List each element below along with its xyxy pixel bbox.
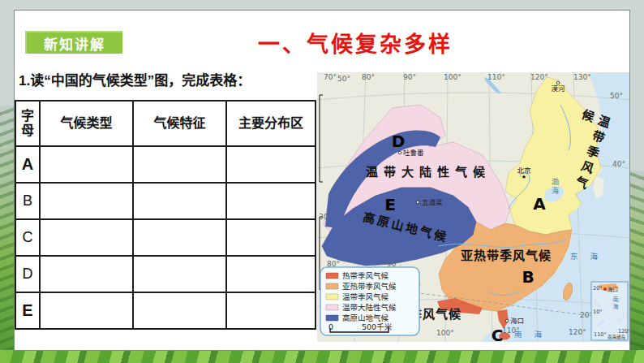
china-climate-map: 70° 50° 80° 90° 100° 110° 120° 130° 50° … (317, 72, 629, 342)
slide-stage: 新知讲解 一、气候复杂多样 1.读“中国的气候类型”图，完成表格： 字母 气候类… (0, 0, 644, 363)
city-marker-wudaoliang (416, 201, 419, 204)
lon-label: 80° (362, 73, 375, 81)
foliage-bottom-decoration (0, 350, 644, 363)
answer-cell (40, 183, 133, 219)
legend-label: 温带季风气候 (342, 292, 389, 301)
legend-swatch-tropical (326, 273, 338, 279)
answer-cell (40, 219, 133, 256)
row-letter: C (15, 219, 40, 256)
inset-lat-label: 20° (593, 285, 603, 292)
city-marker-beijing: ★ (522, 174, 526, 180)
scale-zero: 0 (328, 322, 333, 331)
lon-label: 100° (436, 329, 454, 337)
legend-swatch-plateau (326, 315, 338, 321)
legend-swatch-temperate-monsoon (326, 294, 338, 300)
answer-cell (133, 146, 226, 183)
row-letter: B (15, 183, 40, 219)
lon-label: 120° (530, 73, 548, 81)
legend-label: 温带大陆性气候 (342, 303, 397, 312)
table-row: D (15, 256, 316, 292)
lon-label: 70° (324, 73, 337, 81)
region-letter-C: C (492, 326, 504, 342)
inset-caption: 南海诸岛 (608, 334, 626, 340)
header-climate-type: 气候类型 (40, 101, 133, 146)
legend-label: 高原山地气候 (342, 313, 389, 322)
map-legend: 热带季风气候 亚热带季风气候 温带季风气候 温带大陆性气候 高原山地气候 0 5… (320, 267, 419, 335)
answer-cell (133, 292, 226, 329)
city-label-wudaoliang: 五道梁 (422, 198, 443, 206)
lat-label: 30° (319, 213, 332, 221)
sea-label-bohai: 渤海 (550, 178, 560, 202)
lat-label: 50° (337, 75, 350, 83)
table-row: B (15, 183, 316, 219)
inset-sea-label: 南海 (611, 296, 619, 321)
lon-label: 110° (487, 73, 505, 81)
climate-table: 字母 气候类型 气候特征 主要分布区 A B C (15, 100, 316, 330)
header-distribution-area: 主要分布区 (226, 101, 316, 146)
inset-lon-label: 120° (618, 328, 629, 335)
answer-cell (226, 219, 316, 256)
answer-cell (133, 256, 226, 292)
legend-swatch-subtropical (326, 283, 338, 289)
answer-cell (133, 219, 226, 256)
sea-label-nanhai: 南 海 (514, 330, 547, 339)
inset-haikou-label: 海口 (608, 286, 618, 293)
header-climate-feature: 气候特征 (133, 101, 226, 146)
lon-label: 100° (444, 73, 462, 81)
row-letter: D (15, 256, 40, 292)
slide-content: 新知讲解 一、气候复杂多样 1.读“中国的气候类型”图，完成表格： 字母 气候类… (14, 10, 630, 351)
answer-cell (226, 292, 316, 329)
legend-label: 热带季风气候 (342, 271, 389, 280)
answer-cell (40, 292, 133, 329)
lat-label: 40° (612, 160, 625, 168)
scale-label: 500千米 (362, 322, 393, 331)
header-letter: 字母 (15, 101, 40, 146)
legend-swatch-temperate-continental (326, 305, 338, 310)
lat-label: 50° (610, 92, 623, 100)
foliage-left-decoration (0, 106, 14, 363)
page-title: 一、气候复杂多样 (234, 27, 477, 58)
answer-cell (133, 183, 226, 219)
inset-haikou-marker (603, 287, 607, 291)
table-row: C (15, 219, 316, 256)
city-marker-turpan (398, 151, 401, 154)
lon-label: 90° (403, 73, 416, 81)
new-knowledge-badge: 新知讲解 (25, 31, 122, 54)
city-label-beijing: 北京 (517, 166, 530, 175)
inset-lon-label: 110° (594, 331, 607, 338)
answer-cell (40, 256, 133, 292)
answer-cell (40, 146, 133, 183)
row-letter: A (15, 146, 40, 183)
region-letter-A: A (533, 194, 546, 214)
city-marker-haikou (505, 319, 509, 322)
lon-label: 130° (573, 73, 591, 81)
table-header-row: 字母 气候类型 气候特征 主要分布区 (15, 101, 316, 146)
answer-cell (226, 146, 316, 183)
row-letter: E (15, 292, 40, 329)
city-label-turpan: 吐鲁番 (403, 149, 424, 157)
answer-cell (226, 183, 316, 219)
region-letter-B: B (522, 267, 534, 287)
table-row: A (15, 146, 316, 183)
lon-label: 120° (569, 328, 586, 336)
legend-label: 亚热带季风气候 (342, 282, 397, 291)
sea-label-donghai: 东 海 (570, 252, 603, 261)
inset-lat-label: 10° (593, 309, 603, 315)
answer-cell (226, 256, 316, 292)
table-row: E (15, 292, 316, 329)
instruction-text: 1.读“中国的气候类型”图，完成表格： (19, 69, 251, 89)
foliage-right-decoration (630, 171, 644, 363)
region-letter-E: E (384, 195, 396, 214)
city-label-haikou: 海口 (510, 317, 524, 325)
city-label-mohe: 漠河 (551, 84, 565, 93)
region-label-temperate-continental: 温带大陆性气候 (366, 165, 491, 179)
region-label-subtropical-monsoon: 亚热带季风气候 (461, 248, 552, 263)
